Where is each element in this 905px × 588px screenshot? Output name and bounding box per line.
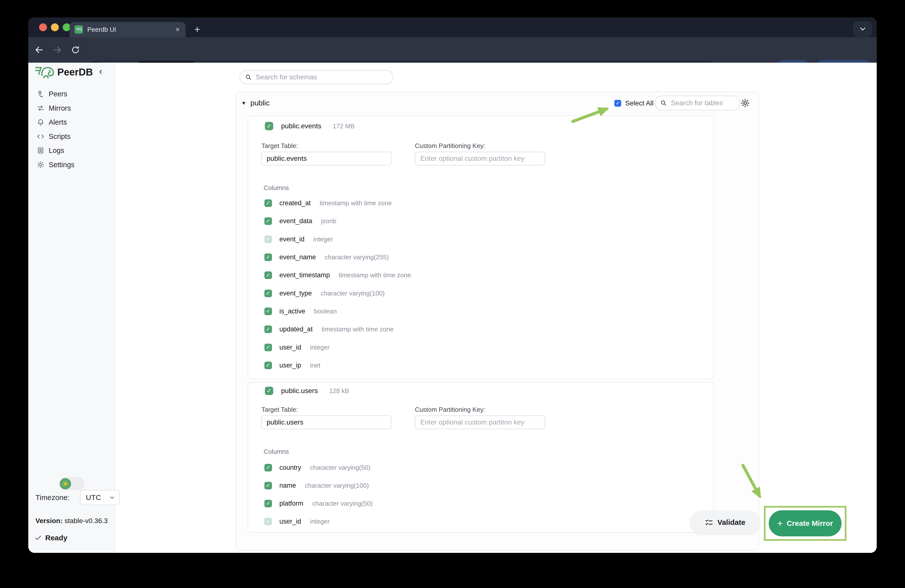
partition-key-input[interactable]	[415, 415, 545, 429]
partition-key-input[interactable]	[415, 152, 545, 165]
target-table-input[interactable]	[261, 152, 392, 165]
tab-close-icon[interactable]: ×	[175, 22, 180, 37]
sidebar-item-settings[interactable]: Settings	[28, 158, 114, 172]
browser-toolbar: Not Secure :3000/mirrors/create?type=CDC	[28, 37, 877, 63]
validate-button[interactable]: Validate	[690, 511, 760, 534]
column-checkbox[interactable]: ✓	[264, 271, 272, 279]
column-checkbox[interactable]: ✓	[264, 200, 272, 207]
browser-window: Peerdb UI × + Not Secure	[28, 17, 877, 553]
schema-card: ▾ public ✓ Select All ✓ public.events 17	[236, 92, 759, 551]
partition-key-label: Custom Partitioning Key:	[415, 142, 485, 150]
table-checkbox[interactable]: ✓	[265, 122, 273, 130]
sidebar-item-logs[interactable]: Logs	[28, 143, 114, 158]
version-value: stable-v0.36.3	[64, 517, 108, 525]
column-name: user_id	[279, 518, 301, 525]
column-row: ✓ country character varying(50)	[264, 463, 370, 472]
check-icon: ✓	[616, 100, 620, 106]
column-type: character varying(50)	[310, 464, 371, 471]
column-name: event_timestamp	[279, 271, 330, 279]
column-row: ✓ platform character varying(50)	[264, 499, 373, 508]
table-search-input[interactable]	[671, 99, 737, 107]
column-checkbox[interactable]: ✓	[264, 361, 272, 369]
create-mirror-label: Create Mirror	[787, 519, 833, 528]
column-row: ✓ is_active boolean	[264, 306, 337, 316]
select-all-checkbox[interactable]: ✓	[614, 100, 621, 107]
column-name: created_at	[279, 200, 311, 207]
column-name: user_ip	[279, 361, 301, 369]
timezone-select[interactable]: UTC	[80, 490, 120, 505]
minimize-window-button[interactable]	[51, 23, 59, 31]
column-name: name	[279, 482, 296, 490]
check-icon: ✓	[267, 387, 272, 394]
column-checkbox[interactable]: ✓	[264, 217, 272, 225]
plug-icon	[37, 90, 45, 98]
column-name: is_active	[279, 307, 305, 315]
status-label: Ready	[45, 534, 67, 542]
column-checkbox[interactable]: ✓	[264, 290, 272, 297]
column-type: boolean	[314, 307, 337, 315]
column-checkbox[interactable]: ✓	[264, 464, 272, 471]
brand-name: PeerDB	[57, 67, 93, 78]
create-mirror-button[interactable]: + Create Mirror	[769, 510, 841, 536]
column-type: character varying(100)	[321, 290, 385, 297]
columns-label: Columns	[264, 448, 289, 455]
browser-tab[interactable]: Peerdb UI ×	[70, 22, 186, 37]
column-type: timestamp with time zone	[320, 200, 392, 207]
column-type: timestamp with time zone	[321, 325, 394, 333]
timezone-value: UTC	[86, 493, 101, 502]
validate-label: Validate	[718, 518, 745, 526]
sidebar-item-label: Mirrors	[49, 104, 71, 113]
column-row: ✓ name character varying(100)	[264, 480, 369, 490]
reload-button[interactable]	[68, 37, 83, 63]
table-header-row: ✓ public.events 172 MB	[265, 122, 355, 130]
sidebar-collapse-button[interactable]: ‹	[99, 66, 102, 77]
column-checkbox[interactable]: ✓	[264, 482, 272, 490]
table-search[interactable]	[655, 96, 740, 110]
tab-title: Peerdb UI	[87, 22, 116, 37]
column-checkbox[interactable]: ✓	[264, 344, 272, 351]
table-settings-button[interactable]	[740, 98, 750, 109]
columns-label: Columns	[264, 184, 289, 192]
target-table-input[interactable]	[261, 415, 392, 429]
column-row: ✓ event_id integer	[264, 234, 333, 244]
sidebar-item-mirrors[interactable]: Mirrors	[28, 101, 114, 115]
sidebar-item-label: Alerts	[49, 118, 67, 126]
sidebar-item-peers[interactable]: Peers	[28, 87, 114, 101]
table-checkbox[interactable]: ✓	[265, 387, 273, 395]
schema-expand-caret[interactable]: ▾	[242, 100, 245, 106]
forward-button[interactable]	[51, 37, 64, 63]
column-checkbox[interactable]: ✓	[264, 500, 272, 507]
version-row: Version: stable-v0.36.3	[35, 517, 108, 525]
table-size: 128 kB	[329, 387, 349, 395]
column-checkbox-disabled: ✓	[264, 518, 272, 525]
checklist-icon	[705, 518, 713, 527]
schema-search-input[interactable]	[256, 73, 390, 81]
peerdb-logo	[35, 66, 55, 79]
table-card-users: ✓ public.users 128 kB Target Table: Cust…	[248, 382, 714, 533]
gear-icon	[37, 160, 45, 169]
column-row: ✓ user_id integer	[264, 517, 330, 526]
search-icon	[245, 74, 252, 81]
column-checkbox[interactable]: ✓	[264, 254, 272, 261]
schema-search[interactable]	[240, 70, 393, 84]
target-table-label: Target Table:	[261, 406, 298, 414]
light-mode-knob	[60, 478, 71, 490]
theme-toggle[interactable]	[59, 477, 84, 490]
chevron-down-icon	[859, 25, 867, 33]
column-checkbox[interactable]: ✓	[264, 307, 272, 315]
column-name: event_name	[279, 254, 316, 261]
log-document-icon	[37, 146, 45, 155]
bell-icon	[37, 118, 45, 126]
forward-arrow-icon	[52, 45, 62, 55]
check-icon	[35, 534, 42, 542]
column-checkbox[interactable]: ✓	[264, 325, 272, 333]
peerdb-favicon-icon	[75, 25, 83, 34]
column-row: ✓ event_timestamp timestamp with time zo…	[264, 270, 411, 280]
sidebar-item-scripts[interactable]: Scripts	[28, 129, 114, 144]
back-button[interactable]	[32, 37, 46, 63]
column-row: ✓ user_id integer	[264, 342, 330, 352]
new-tab-button[interactable]: +	[190, 22, 205, 37]
sidebar-item-alerts[interactable]: Alerts	[28, 115, 114, 129]
close-window-button[interactable]	[39, 23, 47, 31]
tab-overview-button[interactable]	[853, 21, 872, 36]
